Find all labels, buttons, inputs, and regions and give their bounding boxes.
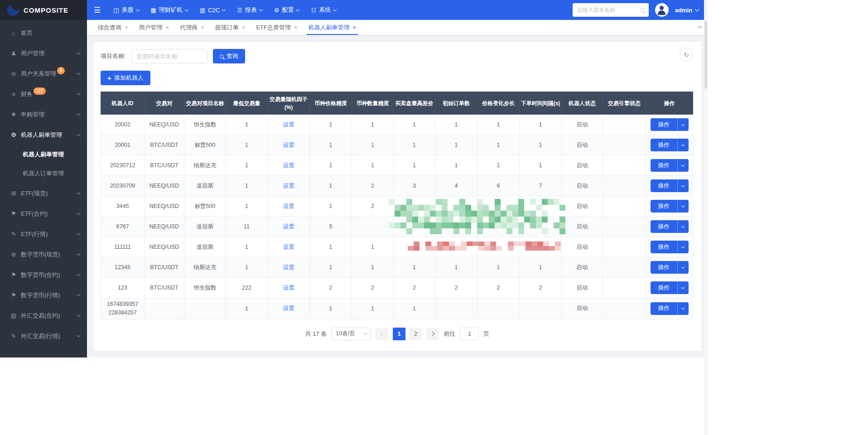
topnav-item-c2c[interactable]: ▥C2C	[194, 0, 231, 20]
cell-random-factor: 设置	[268, 135, 310, 155]
sidebar-item-user-mgmt[interactable]: ♟用户管理	[0, 43, 87, 63]
system-icon: ☷	[311, 7, 316, 14]
add-robot-button[interactable]: + 添加机器人	[101, 71, 150, 85]
action-label: 操作	[651, 304, 677, 312]
table-row: 123BTC/USDT恒生指数222设置222222启动操作	[101, 278, 693, 298]
row-action-button[interactable]: 操作	[651, 261, 689, 274]
column-header-3: 最低交易量	[226, 92, 268, 115]
sidebar-item-robot-brush-mgmt[interactable]: ⚙机器人刷单管理	[0, 125, 87, 145]
close-icon[interactable]: ×	[201, 24, 204, 30]
project-name-input[interactable]	[131, 49, 207, 63]
tabs-collapse-icon[interactable]	[698, 24, 702, 29]
row-action-button[interactable]: 操作	[651, 302, 689, 315]
search-button[interactable]: 查询	[213, 49, 245, 63]
sidebar-item-crypto-contract[interactable]: ⚑数字货币(合约)	[0, 265, 87, 285]
sidebar-item-crypto-quotes[interactable]: ⚑数字货币(行情)	[0, 285, 87, 305]
row-action-button[interactable]: 操作	[651, 139, 689, 151]
cell: 1	[435, 115, 477, 135]
cell: 222	[226, 278, 268, 298]
notification-badge: 4	[57, 67, 65, 74]
row-action-button[interactable]: 操作	[651, 118, 689, 131]
chevron-down-icon	[77, 334, 80, 337]
refresh-button[interactable]: ↻	[680, 48, 693, 62]
avatar[interactable]	[655, 3, 669, 17]
goto-page-input[interactable]	[460, 328, 479, 340]
cell: 2	[394, 278, 435, 298]
settings-link[interactable]: 设置	[283, 223, 294, 230]
menu-search[interactable]	[573, 3, 649, 17]
chevron-right-icon	[430, 332, 434, 336]
close-icon[interactable]: ×	[294, 24, 298, 30]
page-button-2[interactable]: 2	[409, 328, 422, 340]
sidebar-item-etf-quotes[interactable]: ✎ETF(行情)	[0, 224, 87, 244]
row-action-button[interactable]: 操作	[651, 281, 689, 294]
menu-search-input[interactable]	[577, 7, 641, 13]
settings-link[interactable]: 设置	[283, 121, 294, 128]
topnav-item-us-stocks[interactable]: ◫美股	[107, 0, 145, 20]
settings-link[interactable]: 设置	[283, 285, 294, 291]
sidebar-item-label: ETF(合约)	[21, 210, 48, 218]
sidebar-toggle-icon[interactable]: ☰	[87, 0, 107, 20]
scrollbar-thumb[interactable]	[704, 21, 707, 89]
user-menu[interactable]: admin	[675, 7, 699, 14]
tab-user-mgmt[interactable]: 用户管理×	[134, 20, 175, 35]
page-button-1[interactable]: 1	[393, 328, 405, 340]
chevron-down-icon	[678, 184, 689, 188]
tab-withdraw-orders[interactable]: 提现订单×	[210, 20, 251, 35]
sidebar-item-label: 用户关系管理	[21, 70, 56, 78]
sidebar-subitem-robot-brush-order-mgmt[interactable]: 机器人刷单管理	[0, 145, 87, 164]
close-icon[interactable]: ×	[166, 24, 169, 30]
sidebar-item-etf-spot[interactable]: ⊞ETF(现货)	[0, 183, 87, 203]
cell: 1	[520, 257, 562, 278]
row-action-button[interactable]: 操作	[651, 220, 689, 233]
topnav-item-wealth-miner[interactable]: ▦理财矿机	[145, 0, 194, 20]
row-action-button[interactable]: 操作	[651, 241, 689, 253]
cell-action: 操作	[646, 196, 693, 217]
settings-link[interactable]: 设置	[283, 305, 294, 311]
tab-robot-brush-mgmt[interactable]: 机器人刷单管理×	[303, 20, 362, 35]
tab-agents[interactable]: 代理商×	[174, 20, 210, 35]
tab-etf-category-mgmt[interactable]: ETF总类管理×	[251, 20, 303, 35]
close-icon[interactable]: ×	[242, 24, 246, 30]
sidebar-item-label: ETF(现货)	[21, 189, 48, 198]
sidebar-item-home[interactable]: ⌂首页	[0, 23, 87, 43]
next-page-button[interactable]	[426, 328, 439, 340]
sidebar-item-forex-quotes[interactable]: ✎外汇交易(行情)	[0, 326, 87, 346]
sidebar-item-forex-contract[interactable]: ▤外汇交易(合约)	[0, 305, 87, 326]
settings-link[interactable]: 设置	[283, 264, 294, 271]
cell: 2	[310, 278, 352, 298]
settings-link[interactable]: 设置	[283, 203, 294, 209]
topnav-item-config[interactable]: ⚙配置	[268, 0, 305, 20]
cell	[603, 217, 646, 237]
topnav-item-system[interactable]: ☷系统	[305, 0, 342, 20]
settings-link[interactable]: 设置	[283, 183, 294, 189]
sidebar-item-etf-contract[interactable]: ⚑ETF(合约)	[0, 203, 87, 224]
row-action-button[interactable]: 操作	[651, 179, 689, 192]
cell: 纳斯达克	[184, 155, 226, 176]
row-action-button[interactable]: 操作	[651, 159, 689, 172]
sidebar-item-user-relation-mgmt[interactable]: ⊘用户关系管理4	[0, 63, 87, 84]
close-icon[interactable]: ×	[353, 24, 357, 30]
settings-link[interactable]: 设置	[283, 142, 294, 148]
sidebar-subitem-robot-order-mgmt[interactable]: 机器人订单管理	[0, 164, 87, 183]
prev-page-button[interactable]	[376, 328, 388, 340]
settings-link[interactable]: 设置	[283, 244, 294, 250]
settings-link[interactable]: 设置	[283, 162, 294, 169]
sidebar-item-finance[interactable]: ¤财务127	[0, 84, 87, 104]
cell: 3445	[101, 196, 145, 217]
cell: 1	[310, 135, 352, 155]
sidebar-item-subscription-mgmt[interactable]: ❖申购管理	[0, 104, 87, 125]
window-scrollbar[interactable]	[704, 0, 708, 435]
topnav-item-reports[interactable]: ☰报表	[231, 0, 268, 20]
column-header-6: 币种数量精度	[352, 92, 394, 115]
sidebar-item-crypto-spot[interactable]: ⊕数字货币(现货)	[0, 244, 87, 265]
cell: 123	[101, 278, 145, 298]
cell: 1	[310, 298, 352, 319]
close-icon[interactable]: ×	[125, 24, 128, 30]
tab-composite-query[interactable]: 综合查询×	[92, 20, 134, 35]
page-size-select[interactable]: 10条/页	[331, 328, 371, 340]
row-action-button[interactable]: 操作	[651, 200, 689, 213]
cell-action: 操作	[646, 237, 693, 257]
chevron-up-icon	[77, 134, 80, 137]
sidebar-item-label: 机器人刷单管理	[21, 131, 62, 139]
